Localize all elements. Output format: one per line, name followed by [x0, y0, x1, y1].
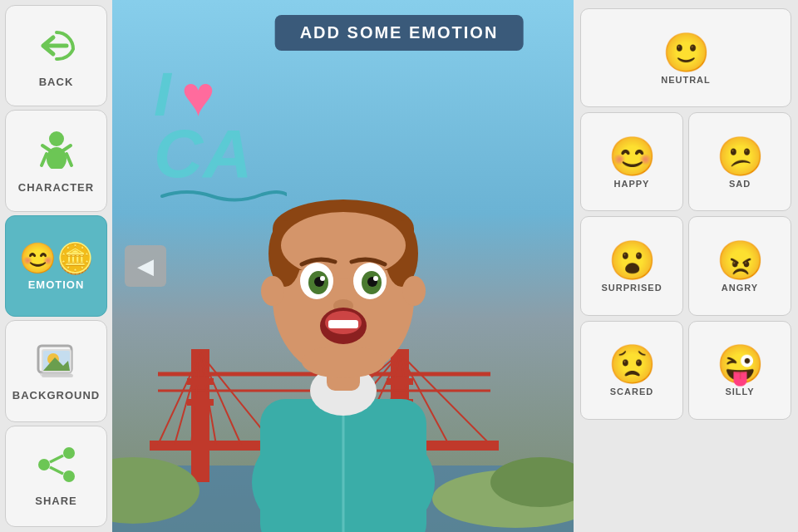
sidebar: BACK CHARACTER 😊🪙 EMOTION [0, 0, 112, 532]
svg-point-36 [281, 212, 406, 278]
back-icon [35, 26, 78, 71]
share-label: SHARE [35, 495, 77, 507]
emotion-btn-angry[interactable]: 😠 ANGRY [688, 216, 791, 315]
svg-rect-64 [40, 372, 71, 376]
svg-point-49 [261, 276, 284, 306]
scene-ca: CA [154, 115, 287, 193]
svg-point-65 [63, 447, 75, 459]
background-label: BACKGROUND [12, 389, 100, 401]
character-icon [38, 131, 75, 176]
background-icon [37, 342, 76, 384]
emotion-btn-surprised[interactable]: 😮 SURPRISED [580, 216, 683, 315]
sad-emoji: 😕 [717, 137, 764, 175]
svg-point-66 [38, 459, 50, 470]
neutral-label: NEUTRAL [661, 75, 711, 85]
back-arrow-button[interactable]: ◀ [125, 245, 166, 287]
silly-label: SILLY [725, 387, 754, 397]
svg-point-43 [320, 276, 325, 281]
svg-line-57 [63, 145, 71, 150]
svg-point-51 [302, 345, 385, 378]
sad-label: SAD [729, 179, 751, 189]
scene-text: I ♥ CA [154, 58, 287, 208]
emotion-btn-sad[interactable]: 😕 SAD [688, 112, 791, 211]
svg-line-54 [42, 154, 47, 165]
sidebar-btn-share[interactable]: SHARE [5, 426, 107, 527]
svg-point-44 [373, 276, 378, 281]
emotion-btn-happy[interactable]: 😊 HAPPY [580, 112, 683, 211]
silly-emoji: 😜 [717, 345, 764, 383]
svg-point-52 [49, 131, 64, 146]
character-label: CHARACTER [18, 181, 94, 194]
scared-label: SCARED [610, 387, 653, 397]
sidebar-btn-back[interactable]: BACK [5, 5, 107, 106]
angry-label: ANGRY [722, 283, 758, 293]
sidebar-btn-emotion[interactable]: 😊🪙 EMOTION [5, 215, 107, 317]
svg-line-68 [50, 456, 63, 462]
svg-point-67 [63, 470, 75, 482]
surprised-label: SURPRISED [601, 283, 662, 293]
sidebar-btn-character[interactable]: CHARACTER [5, 110, 107, 211]
surprised-emoji: 😮 [608, 241, 656, 279]
emotion-btn-neutral[interactable]: 🙂 NEUTRAL [580, 8, 791, 107]
emotion-icon: 😊🪙 [19, 244, 94, 273]
emotion-label: EMOTION [28, 278, 85, 291]
back-label: BACK [39, 76, 74, 88]
underline-decoration [154, 186, 287, 204]
scared-emoji: 😟 [608, 345, 656, 383]
happy-label: HAPPY [614, 179, 650, 189]
header-bar: ADD SOME EMOTION [275, 15, 524, 51]
neutral-emoji: 🙂 [663, 33, 710, 71]
header-title: ADD SOME EMOTION [300, 23, 499, 42]
emotion-btn-silly[interactable]: 😜 SILLY [688, 321, 791, 420]
happy-emoji: 😊 [608, 137, 656, 175]
svg-point-50 [402, 276, 426, 306]
sidebar-btn-background[interactable]: BACKGROUND [5, 320, 107, 421]
svg-line-69 [50, 467, 63, 474]
svg-line-55 [66, 154, 71, 165]
angry-emoji: 😠 [717, 241, 764, 279]
svg-line-56 [42, 145, 50, 150]
svg-rect-48 [328, 320, 358, 328]
back-arrow-icon: ◀ [137, 254, 154, 279]
share-icon [37, 446, 76, 490]
emotion-panel: 🙂 NEUTRAL 😊 HAPPY 😕 SAD 😮 SURPRISED 😠 AN… [574, 0, 798, 532]
emotion-btn-scared[interactable]: 😟 SCARED [580, 321, 683, 420]
